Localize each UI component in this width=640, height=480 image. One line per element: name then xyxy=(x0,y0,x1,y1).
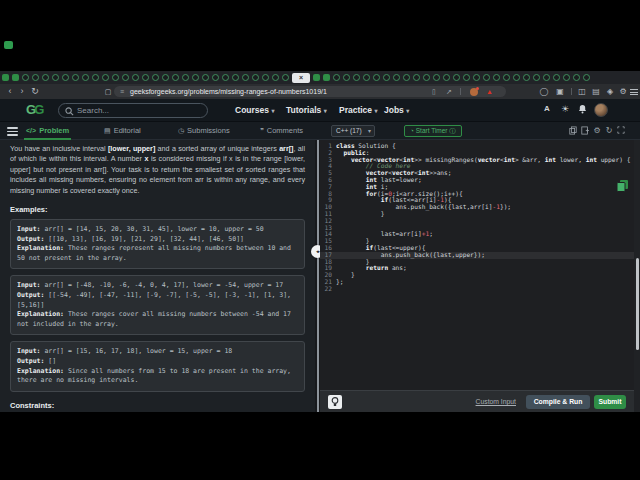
problem-panel[interactable]: You have an inclusive interval [lower, u… xyxy=(0,140,315,412)
browser-tab-favicon[interactable] xyxy=(42,74,49,81)
browser-tab-favicon[interactable] xyxy=(152,74,159,81)
browser-tab-favicon[interactable] xyxy=(323,74,330,81)
browser-tab-favicon[interactable] xyxy=(433,74,440,81)
submit-button[interactable]: Submit xyxy=(594,395,626,409)
start-timer-button[interactable]: ◔ Start Timer ⓘ xyxy=(404,125,462,137)
browser-tab-favicon[interactable] xyxy=(122,74,129,81)
browser-tab-favicon[interactable] xyxy=(82,74,89,81)
browser-tab-favicon[interactable] xyxy=(363,74,370,81)
language-select[interactable]: C++ (17)▾ xyxy=(331,125,375,137)
code-line[interactable]: 20 } xyxy=(320,272,634,279)
custom-input-link[interactable]: Custom Input xyxy=(476,398,516,405)
settings-icon[interactable]: ⚙ xyxy=(617,84,629,99)
browser-tab-favicon[interactable] xyxy=(463,74,470,81)
page-scrollbar[interactable] xyxy=(634,140,640,412)
code-line[interactable]: 19 return ans; xyxy=(320,265,634,272)
warning-extension-icon[interactable]: ▲ xyxy=(486,86,493,97)
reader-mode-icon[interactable]: ≡ xyxy=(120,86,124,97)
browser-tab-favicon[interactable] xyxy=(373,74,380,81)
browser-tab-favicon[interactable] xyxy=(72,74,79,81)
browser-tab-favicon[interactable] xyxy=(32,74,39,81)
browser-tab-favicon[interactable] xyxy=(22,74,29,81)
browser-tab-favicon[interactable] xyxy=(212,74,219,81)
browser-tab-favicon[interactable] xyxy=(132,74,139,81)
gfg-logo[interactable]: GG xyxy=(26,102,42,117)
theme-toggle-icon[interactable]: ☀ xyxy=(561,104,569,114)
browser-tab-favicon[interactable] xyxy=(453,74,460,81)
browser-tab-favicon[interactable] xyxy=(232,74,239,81)
wallet-icon[interactable]: ◈ xyxy=(604,84,616,99)
browser-tab-favicon[interactable] xyxy=(533,74,540,81)
format-code-icon[interactable] xyxy=(580,126,590,136)
browser-tab-favicon[interactable] xyxy=(483,74,490,81)
user-avatar[interactable] xyxy=(594,103,608,117)
code-editor[interactable]: 1class Solution {2 public:3 vector<vecto… xyxy=(320,140,634,412)
browser-tab-favicon[interactable] xyxy=(383,74,390,81)
notification-bell-icon[interactable] xyxy=(578,104,587,116)
browser-tab-favicon[interactable] xyxy=(252,74,259,81)
browser-tab-favicon[interactable] xyxy=(222,74,229,81)
browser-tab-favicon[interactable] xyxy=(142,74,149,81)
browser-tab-favicon[interactable] xyxy=(353,74,360,81)
translate-icon[interactable]: A xyxy=(544,104,550,113)
browser-tab-favicon[interactable] xyxy=(553,74,560,81)
browser-tab-favicon[interactable] xyxy=(282,74,289,81)
profile-ring-icon[interactable]: ◯ xyxy=(538,84,550,99)
scrollbar-thumb[interactable] xyxy=(636,258,639,350)
browser-tab-favicon[interactable] xyxy=(92,74,99,81)
tab-editorial[interactable]: ▤Editorial xyxy=(104,122,141,140)
sidebar-icon[interactable]: ◫ xyxy=(576,84,588,99)
browser-tab-favicon[interactable] xyxy=(52,74,59,81)
copy-code-button[interactable] xyxy=(615,178,630,193)
browser-tab-favicon[interactable] xyxy=(62,74,69,81)
search-input[interactable]: Search... xyxy=(58,103,208,118)
browser-tab-favicon[interactable] xyxy=(112,74,119,81)
browser-tab-favicon[interactable] xyxy=(473,74,480,81)
browser-tab-favicon[interactable] xyxy=(423,74,430,81)
code-line[interactable]: 22 xyxy=(320,286,634,293)
hint-bulb-button[interactable] xyxy=(328,395,342,409)
browser-tab-favicon[interactable] xyxy=(242,74,249,81)
tab-submissions[interactable]: ◷Submissions xyxy=(178,122,230,140)
forward-icon[interactable]: › xyxy=(16,84,28,99)
browser-tab-favicon[interactable] xyxy=(543,74,550,81)
tab-search-icon[interactable]: ▢ xyxy=(102,84,114,99)
tab-comments[interactable]: ❞Comments xyxy=(260,122,303,140)
browser-tab-favicon[interactable] xyxy=(413,74,420,81)
menu-icon[interactable] xyxy=(7,127,18,138)
browser-tab-favicon[interactable] xyxy=(262,74,269,81)
browser-tab-favicon[interactable] xyxy=(503,74,510,81)
collections-icon[interactable]: ▤ xyxy=(590,84,602,99)
browser-tab-favicon[interactable] xyxy=(172,74,179,81)
reload-icon[interactable]: ↻ xyxy=(29,84,41,99)
browser-tab-favicon[interactable] xyxy=(443,74,450,81)
browser-menu-icon[interactable] xyxy=(630,89,638,97)
code-line[interactable]: 21}; xyxy=(320,279,634,286)
browser-tab-favicon[interactable] xyxy=(393,74,400,81)
browser-tab-favicon[interactable] xyxy=(192,74,199,81)
browser-tab-favicon[interactable] xyxy=(333,74,340,81)
browser-tab-favicon[interactable] xyxy=(12,74,19,81)
browser-tab-favicon[interactable] xyxy=(573,74,580,81)
nav-item-jobs[interactable]: Jobs ▾ xyxy=(384,105,409,115)
browser-tab-favicon[interactable] xyxy=(182,74,189,81)
browser-tab-favicon[interactable] xyxy=(343,74,350,81)
browser-tab-favicon[interactable] xyxy=(513,74,520,81)
browser-tab-favicon[interactable] xyxy=(202,74,209,81)
device-icon[interactable]: ▯ xyxy=(432,86,436,97)
browser-tab-strip[interactable]: × xyxy=(0,71,640,84)
pip-icon[interactable]: ▣ xyxy=(554,84,566,99)
back-icon[interactable]: ‹ xyxy=(4,84,16,99)
share-icon[interactable]: ↗ xyxy=(446,86,452,97)
browser-tab-favicon[interactable] xyxy=(563,74,570,81)
url-bar[interactable]: ≡ geeksforgeeks.org/problems/missing-ran… xyxy=(114,86,506,97)
browser-tab-favicon[interactable] xyxy=(2,74,9,81)
browser-tab-favicon[interactable] xyxy=(272,74,279,81)
browser-tab-favicon[interactable] xyxy=(162,74,169,81)
code-lines[interactable]: 1class Solution {2 public:3 vector<vecto… xyxy=(320,140,634,293)
reset-code-icon[interactable]: ↻ xyxy=(604,126,614,136)
active-browser-tab[interactable]: × xyxy=(292,73,310,83)
nav-item-tutorials[interactable]: Tutorials ▾ xyxy=(286,105,327,115)
browser-tab-favicon[interactable] xyxy=(583,74,590,81)
browser-tab-favicon[interactable] xyxy=(493,74,500,81)
